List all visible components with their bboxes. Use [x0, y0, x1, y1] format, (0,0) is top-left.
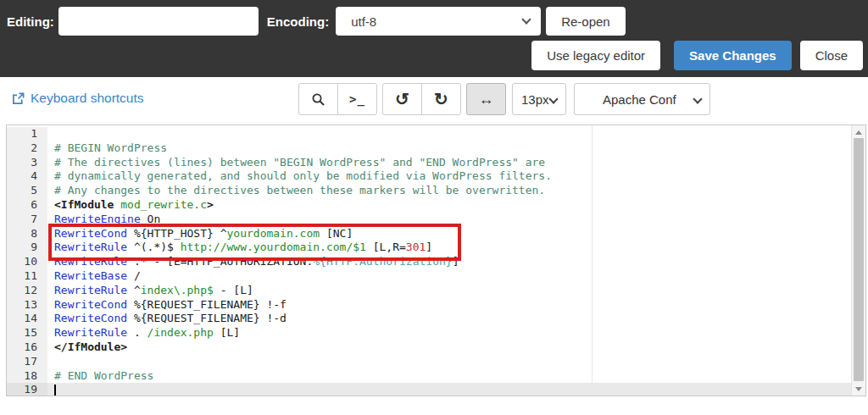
vertical-scrollbar[interactable]: [851, 125, 865, 396]
line-number: 8: [7, 227, 47, 241]
code-line[interactable]: 13RewriteCond %{REQUEST_FILENAME} !-f: [7, 298, 851, 313]
close-button[interactable]: Close: [800, 41, 863, 70]
keyboard-shortcuts-label: Keyboard shortcuts: [31, 91, 144, 106]
line-number: 1: [7, 127, 47, 141]
code-line[interactable]: 14RewriteCond %{REQUEST_FILENAME} !-d: [7, 312, 851, 326]
code-line-text: # Any changes to the directives between …: [47, 184, 851, 198]
encoding-select[interactable]: utf-8: [336, 7, 541, 36]
header-row-file: Editing: Encoding: utf-8 Re-open: [7, 7, 626, 36]
code-line-text: RewriteRule ^index\.php$ - [L]: [47, 284, 851, 298]
code-line-text: # The directives (lines) between "BEGIN …: [47, 156, 851, 170]
code-line-text: RewriteCond %{REQUEST_FILENAME} !-d: [47, 312, 851, 326]
code-lines[interactable]: 12# BEGIN WordPress3# The directives (li…: [7, 125, 851, 396]
code-line-text: </IfModule>: [47, 340, 851, 355]
editing-filename-input[interactable]: [58, 7, 259, 36]
save-changes-button[interactable]: Save Changes: [674, 41, 792, 70]
code-line[interactable]: 12RewriteRule ^index\.php$ - [L]: [7, 284, 851, 298]
code-line-text: RewriteCond %{REQUEST_FILENAME} !-f: [47, 298, 851, 313]
code-line[interactable]: 17: [7, 355, 851, 369]
code-line[interactable]: 15RewriteRule . /index.php [L]: [7, 326, 851, 340]
code-line-text: RewriteRule .* - [E=HTTP_AUTHORIZATION:%…: [47, 255, 851, 269]
line-number: 10: [7, 255, 47, 269]
syntax-value: Apache Conf: [603, 92, 676, 107]
line-number: 17: [7, 355, 47, 369]
use-legacy-editor-button[interactable]: Use legacy editor: [531, 41, 660, 70]
code-line-text: # BEGIN WordPress: [47, 141, 851, 156]
toolbar-buttons: >_ ↺ ↻ ↔ 13px Apache Conf: [298, 83, 710, 115]
external-link-icon: [12, 92, 25, 105]
terminal-button[interactable]: >_: [337, 83, 377, 115]
line-number: 9: [7, 241, 47, 255]
code-line-text: [47, 127, 851, 141]
line-number: 13: [7, 298, 47, 313]
code-line[interactable]: 6<IfModule mod_rewrite.c>: [7, 198, 851, 213]
code-line[interactable]: 1: [7, 127, 851, 141]
redo-icon: ↻: [434, 91, 448, 108]
code-line[interactable]: 7RewriteEngine On: [7, 213, 851, 227]
code-line[interactable]: 16</IfModule>: [7, 340, 851, 355]
undo-button[interactable]: ↺: [382, 83, 422, 115]
scrollbar-thumb[interactable]: [854, 138, 864, 381]
undo-icon: ↺: [395, 91, 409, 108]
line-number: 18: [7, 369, 47, 384]
code-line-text: RewriteBase /: [47, 269, 851, 284]
editor-header-bar: Editing: Encoding: utf-8 Re-open Use leg…: [0, 0, 868, 77]
code-line-text: # END WordPress: [47, 369, 851, 384]
code-line[interactable]: 8RewriteCond %{HTTP_HOST} ^yourdomain.co…: [7, 227, 851, 241]
code-line[interactable]: 3# The directives (lines) between "BEGIN…: [7, 156, 851, 170]
line-number: 4: [7, 169, 47, 184]
line-number: 7: [7, 213, 47, 227]
line-number: 6: [7, 198, 47, 213]
scroll-up-arrow-icon: [855, 130, 862, 135]
reopen-button[interactable]: Re-open: [546, 7, 626, 36]
code-line[interactable]: 10RewriteRule .* - [E=HTTP_AUTHORIZATION…: [7, 255, 851, 269]
code-line-text: # dynamically generated, and should only…: [47, 169, 851, 184]
scroll-down-button[interactable]: [852, 382, 865, 396]
syntax-select[interactable]: Apache Conf: [574, 83, 710, 115]
code-line[interactable]: 18# END WordPress: [7, 369, 851, 384]
redo-button[interactable]: ↻: [421, 83, 461, 115]
code-line[interactable]: 2# BEGIN WordPress: [7, 141, 851, 156]
line-number: 3: [7, 156, 47, 170]
code-line[interactable]: 11RewriteBase /: [7, 269, 851, 284]
header-row-actions: Use legacy editor Save Changes Close: [531, 41, 863, 70]
code-line[interactable]: 5# Any changes to the directives between…: [7, 184, 851, 198]
line-number: 5: [7, 184, 47, 198]
word-wrap-icon: ↔: [479, 91, 494, 108]
chevron-down-icon: [548, 94, 558, 103]
scroll-up-button[interactable]: [852, 125, 865, 139]
line-number: 15: [7, 326, 47, 340]
code-line-text: RewriteCond %{HTTP_HOST} ^yourdomain.com…: [47, 227, 851, 241]
code-line-text: <IfModule mod_rewrite.c>: [47, 198, 851, 213]
code-line-text: RewriteRule ^(.*)$ http://www.yourdomain…: [47, 241, 851, 255]
scroll-down-arrow-icon: [855, 387, 862, 391]
code-line-text: RewriteRule . /index.php [L]: [47, 326, 851, 340]
chevron-down-icon: [521, 14, 531, 24]
terminal-icon: >_: [349, 92, 365, 106]
line-number: 11: [7, 269, 47, 284]
line-number: 14: [7, 312, 47, 326]
word-wrap-toggle[interactable]: ↔: [466, 83, 506, 115]
line-number: 19: [7, 383, 47, 396]
search-button[interactable]: [298, 83, 338, 115]
keyboard-shortcuts-link[interactable]: Keyboard shortcuts: [12, 91, 144, 106]
editor-toolbar: Keyboard shortcuts >_ ↺ ↻ ↔ 13px: [0, 77, 868, 125]
code-line-text: RewriteEngine On: [47, 213, 851, 227]
chevron-down-icon: [693, 94, 702, 103]
font-size-value: 13px: [521, 92, 549, 107]
text-cursor: [54, 385, 56, 396]
search-icon: [311, 92, 326, 107]
editing-label: Editing:: [7, 14, 54, 29]
line-number: 2: [7, 141, 47, 156]
code-line[interactable]: 9RewriteRule ^(.*)$ http://www.yourdomai…: [7, 241, 851, 255]
code-line[interactable]: 19: [7, 383, 851, 396]
encoding-select-value: utf-8: [351, 14, 376, 29]
font-size-select[interactable]: 13px: [512, 83, 566, 115]
code-line-text: [47, 383, 851, 396]
line-number: 16: [7, 340, 47, 355]
line-number: 12: [7, 284, 47, 298]
code-line[interactable]: 4# dynamically generated, and should onl…: [7, 169, 851, 184]
code-line-text: [47, 355, 851, 369]
encoding-label: Encoding:: [267, 14, 329, 29]
code-editor[interactable]: 12# BEGIN WordPress3# The directives (li…: [6, 125, 866, 396]
